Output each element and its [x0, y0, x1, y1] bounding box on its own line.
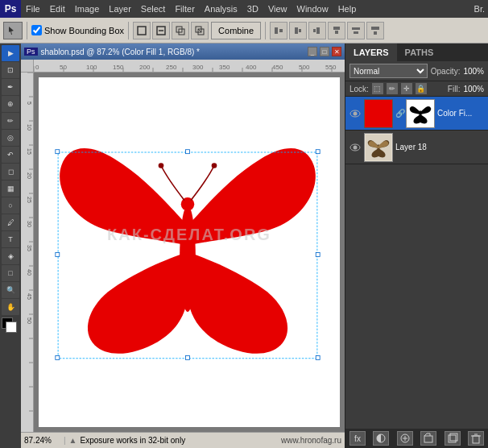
menu-analysis[interactable]: Analysis	[200, 2, 242, 15]
doc-close-btn[interactable]: ✕	[332, 47, 341, 56]
svg-rect-17	[352, 27, 360, 30]
align-left-btn[interactable]	[270, 22, 287, 39]
tool-brush[interactable]: ✏	[2, 113, 19, 129]
lock-label: Lock:	[349, 85, 369, 93]
layer-mask-btn[interactable]	[373, 431, 389, 446]
tool-gradient[interactable]: ▦	[2, 180, 19, 197]
fill-label: Fill:	[448, 85, 461, 93]
blend-mode-select[interactable]: Normal	[349, 64, 428, 78]
tool-history[interactable]: ↶	[2, 147, 19, 163]
menu-image[interactable]: Image	[70, 2, 105, 15]
align-group	[270, 22, 384, 39]
toolbar-sep-2	[128, 22, 129, 39]
tool-zoom[interactable]: 🔍	[2, 282, 19, 298]
tool-selection[interactable]: ▶	[2, 45, 19, 61]
tool-dodge[interactable]: ○	[2, 197, 19, 214]
footer-url: www.hronofag.ru	[281, 436, 341, 445]
align-top-btn[interactable]	[328, 22, 345, 39]
menu-edit[interactable]: Edit	[45, 2, 70, 15]
lock-transparent-btn[interactable]: ⬚	[372, 83, 383, 94]
watermark-text: КАК-СДЕЛАТ.ORG	[107, 226, 271, 244]
layer-eye-18[interactable]	[349, 141, 362, 154]
tool-eyedropper[interactable]: ✒	[2, 79, 19, 95]
svg-rect-0	[138, 27, 146, 35]
menu-file[interactable]: File	[21, 2, 45, 15]
layer-style-btn[interactable]: fx	[349, 431, 366, 446]
layer-name-color-fill: Color Fi...	[437, 109, 485, 118]
doc-titlebar: Ps shablon.psd @ 87.2% (Color Fill 1, RG…	[21, 44, 345, 60]
layer-thumb-18	[364, 133, 393, 162]
combine-button[interactable]: Combine	[211, 22, 261, 39]
align-middle-btn[interactable]	[347, 22, 365, 39]
tool-eraser[interactable]: ◻	[2, 164, 19, 180]
path-subtract-btn[interactable]	[152, 22, 170, 39]
path-select-tool-btn[interactable]	[3, 22, 23, 39]
lock-pixels-btn[interactable]: ✏	[387, 83, 398, 94]
menu-3d[interactable]: 3D	[242, 2, 263, 15]
svg-rect-85	[316, 355, 320, 359]
menu-select[interactable]: Select	[136, 2, 171, 15]
layer-eye-color-fill[interactable]	[349, 107, 362, 120]
delete-layer-btn[interactable]	[468, 431, 484, 446]
tool-path-select[interactable]: ◈	[2, 248, 19, 264]
bounding-box-checkbox[interactable]	[31, 25, 42, 35]
doc-restore-btn[interactable]: □	[320, 47, 329, 56]
svg-text:50: 50	[27, 317, 32, 324]
menu-bar: Ps File Edit Image Layer Select Filter A…	[0, 0, 488, 18]
align-center-btn[interactable]	[289, 22, 307, 39]
menu-filter[interactable]: Filter	[170, 2, 199, 15]
tab-paths[interactable]: PATHS	[397, 44, 442, 61]
opacity-value: 100%	[463, 67, 484, 76]
canvas-content[interactable]: КАК-СДЕЛАТ.ORG	[34, 73, 345, 432]
path-exclude-btn[interactable]	[191, 22, 209, 39]
doc-minimize-btn[interactable]: _	[308, 47, 317, 56]
layer-item-color-fill[interactable]: 🔗 Color Fi...	[345, 97, 488, 131]
opacity-label: Opacity:	[431, 67, 461, 76]
status-bar: 87.24% | ▲ Exposure works in 32-bit only…	[21, 432, 345, 448]
svg-text:35: 35	[27, 245, 32, 251]
layers-blend-row: Normal Opacity: 100%	[345, 61, 488, 81]
adjustment-layer-btn[interactable]	[397, 431, 413, 446]
menu-help[interactable]: Help	[333, 2, 362, 15]
svg-text:350: 350	[219, 64, 230, 71]
tool-heal[interactable]: ⊕	[2, 96, 19, 112]
align-bottom-btn[interactable]	[366, 22, 384, 39]
svg-rect-18	[354, 31, 358, 34]
svg-rect-80	[316, 150, 320, 154]
align-right-btn[interactable]	[308, 22, 326, 39]
doc-title-text: shablon.psd @ 87.2% (Color Fill 1, RGB/8…	[41, 48, 308, 56]
tool-text[interactable]: T	[2, 231, 19, 247]
svg-point-89	[420, 110, 422, 120]
layer-item-18[interactable]: Layer 18	[345, 131, 488, 164]
menu-layer[interactable]: Layer	[104, 2, 136, 15]
lock-all-btn[interactable]: 🔒	[416, 83, 427, 94]
svg-rect-100	[450, 433, 457, 441]
tool-hand[interactable]: ✋	[2, 299, 19, 315]
menu-view[interactable]: View	[263, 2, 292, 15]
tool-pen[interactable]: 🖊	[2, 214, 19, 230]
new-group-btn[interactable]	[420, 431, 436, 446]
toolbar-sep-1	[27, 22, 27, 39]
ruler-corner	[21, 60, 34, 73]
svg-rect-8	[275, 27, 278, 34]
svg-text:200: 200	[139, 64, 151, 71]
svg-text:5: 5	[27, 102, 32, 105]
svg-rect-15	[333, 27, 340, 30]
layer-name-18: Layer 18	[395, 143, 485, 151]
path-add-btn[interactable]	[133, 22, 151, 39]
svg-point-91	[354, 145, 358, 149]
lock-position-btn[interactable]: ✛	[401, 83, 412, 94]
svg-point-75	[159, 163, 164, 168]
svg-text:0: 0	[35, 64, 39, 71]
tool-shape[interactable]: □	[2, 265, 19, 281]
foreground-bg-colors[interactable]	[2, 317, 19, 335]
tool-stamp[interactable]: ◎	[2, 130, 19, 146]
path-intersect-btn[interactable]	[172, 22, 189, 39]
menu-br: Br.	[474, 4, 488, 14]
new-layer-btn[interactable]	[445, 431, 461, 446]
svg-text:30: 30	[27, 221, 32, 227]
menu-window[interactable]: Window	[292, 2, 333, 15]
tab-layers[interactable]: LAYERS	[345, 44, 397, 61]
svg-point-73	[180, 205, 196, 312]
tool-crop[interactable]: ⊡	[2, 62, 19, 78]
